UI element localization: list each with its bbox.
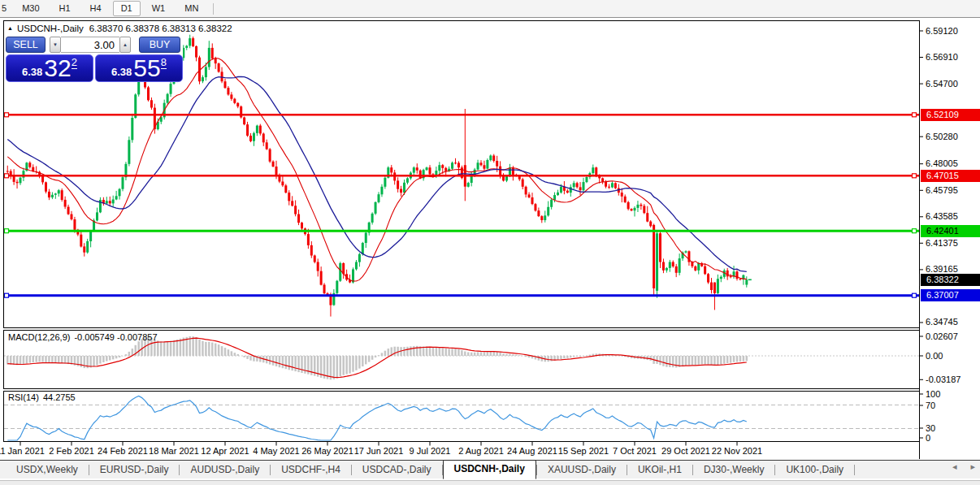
rsi-value: 44.2755 [43,392,76,402]
macd-layer [4,336,919,379]
buy-price-box[interactable]: 6.38 55 8 [95,54,183,82]
date-tick-label: 29 Oct 2021 [657,446,715,456]
macd-signal-line [7,338,747,378]
sell-button[interactable]: SELL [6,37,46,53]
symbol-tab-usdcad-daily[interactable]: USDCAD-,Daily [352,461,442,479]
last-price-badge: 6.38322 [921,274,980,286]
buy-price-big: 55 [133,56,160,80]
buy-button[interactable]: BUY [139,37,180,53]
chevron-up-icon: ▲ [123,42,128,47]
sell-price-base: 6.38 [22,66,42,78]
price-tick-label: 6.45795 [926,185,958,196]
symbol-tab-usdx-weekly[interactable]: USDX,Weekly [6,461,89,479]
price-tick-label: 6.41375 [926,238,958,249]
volume-decrease-button[interactable]: ▼ [50,37,61,53]
trade-panel-controls: SELL ▼ ▲ BUY [6,37,183,53]
symbol-tab-bar: USDX,WeeklyEURUSD-,DailyAUDUSD-,DailyUSD… [0,460,980,479]
date-tick-label: 4 May 2021 [247,446,306,456]
rsi-label: RSI(14) [8,392,39,402]
date-tick-label: 24 Aug 2021 [503,446,562,456]
hline-price-badge: 6.42401 [921,225,980,237]
symbol-tab-uk100-daily[interactable]: UK100-,Daily [775,461,854,479]
chevron-down-icon: ▼ [53,42,58,47]
tab-scroll-left-icon[interactable]: ◂ [952,461,957,472]
rsi-pane-label: RSI(14)44.2755 [8,392,76,402]
rsi-line [7,396,747,441]
symbol-tab-usdcnh-daily[interactable]: USDCNH-,Daily [443,460,536,479]
sell-price-big: 32 [44,56,71,80]
symbol-tab-dj30-weekly[interactable]: DJ30-,Weekly [693,461,774,479]
collapse-panel-icon[interactable]: ▲ [7,25,13,31]
symbol-tab-xauusd-daily[interactable]: XAUUSD-,Daily [537,461,627,479]
symbol-period-label: USDCNH-,Daily [17,24,84,33]
date-tick-label: 2 Feb 2021 [42,446,101,456]
date-tick-label: 22 Nov 2021 [708,446,766,456]
sell-price-sup: 2 [72,57,77,69]
hline-price-badge: 6.37007 [921,289,980,301]
date-tick-label: 24 Feb 2021 [93,446,152,456]
price-tick-label: 6.59120 [926,26,958,37]
rsi-tick-label: 0 [926,433,930,444]
date-tick-label: 2 Aug 2021 [452,446,510,456]
price-tick-label: 6.43585 [926,211,958,222]
sell-price-box[interactable]: 6.38 32 2 [6,54,93,82]
price-tick-label: 6.56910 [926,52,958,63]
price-tick-label: 6.50280 [926,132,958,142]
macd-pane-label: MACD(12,26,9)-0.005749 -0.007857 [8,332,158,342]
macd-tick-label: 0.00 [926,351,943,362]
symbol-tab-audusd-daily[interactable]: AUDUSD-,Daily [180,461,270,479]
buy-price-base: 6.38 [111,66,132,78]
macd-values: -0.005749 -0.007857 [74,332,157,342]
date-tick-label: 18 Mar 2021 [145,446,203,456]
price-tick-label: 6.34745 [926,317,958,327]
tab-divider [854,465,855,475]
symbol-tab-eurusd-daily[interactable]: EURUSD-,Daily [89,461,180,479]
symbol-tab-ukoil-h1[interactable]: UKOil-,H1 [627,461,692,479]
date-tick-label: 17 Jun 2021 [349,446,408,456]
ma-fast-line [7,58,747,281]
symbol-tab-usdchf-h4[interactable]: USDCHF-,H4 [271,461,351,479]
trade-panel-prices: 6.38 32 2 6.38 55 8 [6,54,183,82]
rsi-layer [4,396,919,441]
ohlc-values: 6.38370 6.38378 6.38313 6.38322 [89,24,232,33]
trading-terminal: { "toolbar": { "timeframes": ["5", "M30"… [0,0,980,485]
date-tick-label: 9 Jul 2021 [401,446,459,456]
ma-slow-line [7,76,747,271]
date-tick-label: 26 May 2021 [298,446,357,456]
rsi-tick-label: 100 [926,389,940,400]
tab-scroll-right-icon[interactable]: ▸ [970,461,975,472]
status-strip [0,480,980,485]
one-click-trade-panel: SELL ▼ ▲ BUY 6.38 32 2 6.38 55 8 [6,37,183,82]
buy-price-sup: 8 [161,57,167,69]
macd-label: MACD(12,26,9) [8,332,70,342]
macd-tick-label: -0.03187 [926,375,960,385]
volume-increase-button[interactable]: ▲ [119,37,131,53]
tab-scroll-arrows: ◂ ▸ [952,461,975,472]
macd-tick-label: 0.02607 [926,331,958,342]
date-tick-label: 12 Apr 2021 [196,446,254,456]
rsi-tick-label: 70 [926,401,935,411]
hline-price-badge: 6.52109 [921,109,980,121]
volume-input[interactable] [61,37,119,53]
price-tick-label: 6.54700 [926,79,958,89]
date-tick-label: 15 Sep 2021 [554,446,613,456]
price-tick-label: 6.48005 [926,158,958,169]
date-tick-label: 7 Oct 2021 [605,446,664,456]
chart-title: ▲USDCNH-,Daily6.38370 6.38378 6.38313 6.… [7,24,232,33]
pane-frames [4,20,920,459]
hline-price-badge: 6.47015 [921,170,980,182]
